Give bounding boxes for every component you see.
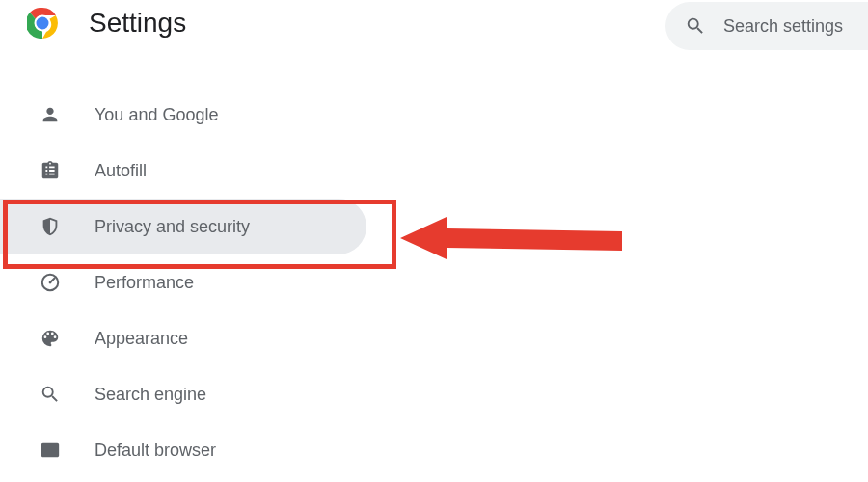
sidebar-item-label: Performance [95, 273, 194, 293]
sidebar-item-label: Search engine [95, 385, 206, 405]
svg-point-4 [49, 281, 52, 284]
sidebar-item-privacy-and-security[interactable]: Privacy and security [0, 199, 366, 254]
header: Settings [0, 0, 868, 58]
sidebar-item-label: Appearance [95, 329, 188, 349]
page-title: Settings [89, 8, 186, 39]
sidebar: You and Google Autofill Privacy and secu… [0, 58, 868, 478]
person-icon [39, 103, 62, 126]
sidebar-item-label: Autofill [95, 161, 147, 181]
sidebar-item-label: Privacy and security [95, 217, 250, 237]
sidebar-item-performance[interactable]: Performance [0, 254, 366, 310]
search-icon [685, 15, 706, 37]
gauge-icon [39, 271, 62, 294]
sidebar-item-appearance[interactable]: Appearance [0, 310, 366, 366]
sidebar-item-label: Default browser [95, 441, 216, 461]
shield-icon [39, 215, 62, 238]
clipboard-icon [39, 159, 62, 182]
search-input[interactable] [723, 16, 849, 37]
sidebar-item-autofill[interactable]: Autofill [0, 143, 366, 199]
sidebar-item-you-and-google[interactable]: You and Google [0, 87, 366, 143]
sidebar-item-default-browser[interactable]: Default browser [0, 422, 366, 478]
search-icon [39, 383, 62, 406]
sidebar-item-label: You and Google [95, 105, 218, 125]
chrome-logo-icon [27, 8, 58, 39]
palette-icon [39, 327, 62, 350]
sidebar-item-search-engine[interactable]: Search engine [0, 366, 366, 422]
browser-icon [39, 439, 62, 462]
search-box[interactable] [665, 2, 868, 50]
